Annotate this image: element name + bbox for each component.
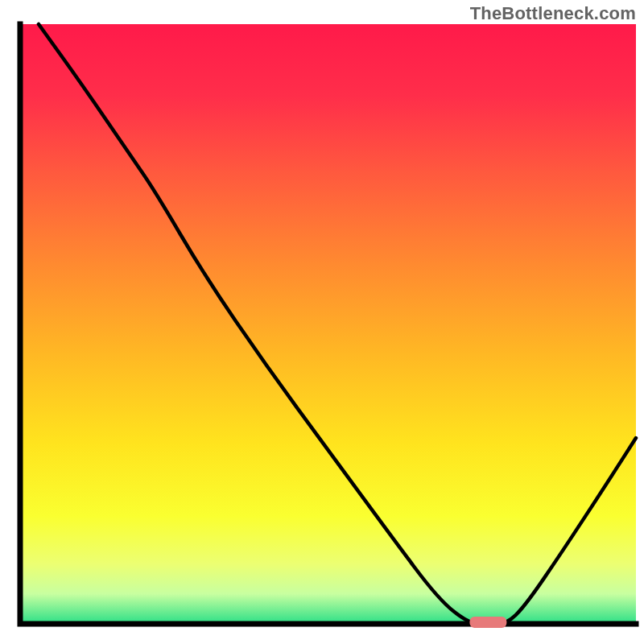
watermark-text: TheBottleneck.com	[470, 3, 636, 24]
optimal-marker	[469, 617, 506, 628]
chart-container: TheBottleneck.com	[0, 0, 644, 644]
plot-background	[20, 24, 636, 624]
bottleneck-chart	[0, 0, 644, 644]
